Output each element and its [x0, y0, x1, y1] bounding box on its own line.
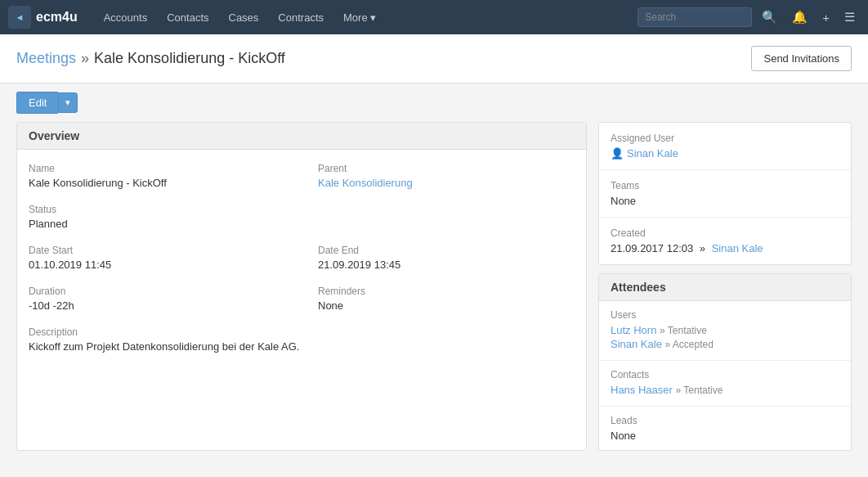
created-value: 21.09.2017 12:03 » Sinan Kale — [611, 242, 839, 254]
attendees-contact-0-link[interactable]: Hans Haaser — [611, 384, 673, 396]
attendees-users-label: Users — [611, 309, 839, 321]
description-label: Description — [29, 326, 575, 338]
search-icon[interactable]: 🔍 — [757, 0, 782, 34]
date-start-field: Date Start 01.10.2019 11:45 — [29, 245, 285, 271]
nav-links: Accounts Contacts Cases Contracts More ▾ — [94, 0, 638, 34]
send-invitations-button[interactable]: Send Invitations — [751, 46, 852, 71]
teams-value: None — [611, 195, 839, 207]
overview-panel: Overview Name Kale Konsolidierung - Kick… — [16, 122, 587, 451]
parent-label: Parent — [318, 163, 575, 174]
attendees-user-0-status: » Tentative — [660, 325, 707, 336]
attendees-contact-0-status: » Tentative — [676, 385, 723, 396]
attendees-leads-label: Leads — [611, 415, 839, 426]
assigned-user-link[interactable]: Sinan Kale — [627, 147, 678, 160]
toolbar: Edit ▾ — [0, 83, 868, 122]
date-start-label: Date Start — [29, 245, 285, 256]
nav-more[interactable]: More ▾ — [333, 0, 386, 34]
user-icon: 👤 — [611, 147, 624, 160]
reminders-value: None — [318, 299, 575, 312]
nav-accounts[interactable]: Accounts — [94, 0, 157, 34]
description-row: Description Kickoff zum Projekt Datenkon… — [29, 326, 575, 353]
reminders-field: Reminders None — [318, 286, 575, 312]
search-input[interactable] — [638, 7, 752, 27]
assigned-user-section: Assigned User 👤Sinan Kale — [599, 123, 851, 170]
page-title: Kale Konsolidierung - KickOff — [94, 50, 285, 67]
attendees-user-1-status: » Accepted — [665, 339, 714, 350]
brand-name: ecm4u — [36, 10, 78, 25]
overview-header: Overview — [17, 123, 586, 150]
status-value: Planned — [29, 218, 285, 230]
reminders-label: Reminders — [318, 286, 575, 297]
description-value: Kickoff zum Projekt Datenkonsolidierung … — [29, 340, 575, 353]
created-sep: » — [700, 242, 709, 254]
name-value: Kale Konsolidierung - KickOff — [29, 177, 285, 189]
date-end-label: Date End — [318, 245, 575, 256]
date-end-field: Date End 21.09.2019 13:45 — [318, 245, 575, 271]
attendees-container: Attendees Users Lutz Horn » Tentative Si… — [598, 273, 852, 451]
attendees-user-1: Sinan Kale » Accepted — [611, 338, 839, 350]
attendees-user-0: Lutz Horn » Tentative — [611, 324, 839, 336]
created-by-link[interactable]: Sinan Kale — [712, 242, 763, 254]
overview-body: Name Kale Konsolidierung - KickOff Paren… — [17, 150, 586, 380]
status-label: Status — [29, 204, 285, 215]
attendees-contacts-label: Contacts — [611, 369, 839, 380]
name-field: Name Kale Konsolidierung - KickOff — [29, 163, 285, 189]
breadcrumb: Meetings » Kale Konsolidierung - KickOff — [16, 50, 285, 67]
name-parent-row: Name Kale Konsolidierung - KickOff Paren… — [29, 163, 575, 189]
attendees-contacts-section: Contacts Hans Haaser » Tentative — [599, 361, 851, 407]
brand[interactable]: ◄ ecm4u — [8, 6, 78, 29]
edit-button[interactable]: Edit — [16, 92, 58, 114]
search-area: 🔍 🔔 + ☰ — [638, 0, 860, 34]
add-icon[interactable]: + — [817, 0, 834, 34]
duration-label: Duration — [29, 286, 285, 297]
menu-icon[interactable]: ☰ — [839, 0, 860, 34]
status-row: Status Planned — [29, 204, 575, 230]
chevron-down-icon: ▾ — [65, 97, 70, 107]
attendees-contact-0: Hans Haaser » Tentative — [611, 384, 839, 396]
date-start-value: 01.10.2019 11:45 — [29, 259, 285, 271]
created-label: Created — [611, 227, 839, 239]
breadcrumb-separator: » — [81, 50, 89, 67]
name-label: Name — [29, 163, 285, 174]
duration-field: Duration -10d -22h — [29, 286, 285, 312]
attendees-user-0-link[interactable]: Lutz Horn — [611, 324, 656, 336]
attendees-leads-section: Leads None — [599, 407, 851, 450]
sidebar-panel: Assigned User 👤Sinan Kale Teams None Cre… — [598, 122, 852, 451]
brand-logo: ◄ — [8, 6, 31, 29]
attendees-user-1-link[interactable]: Sinan Kale — [611, 338, 662, 350]
dates-row: Date Start 01.10.2019 11:45 Date End 21.… — [29, 245, 575, 271]
assigned-user-label: Assigned User — [611, 133, 839, 144]
attendees-header: Attendees — [599, 274, 851, 301]
status-field: Status Planned — [29, 204, 285, 230]
attendees-leads-value: None — [611, 430, 839, 442]
created-section: Created 21.09.2017 12:03 » Sinan Kale — [599, 218, 851, 264]
created-date: 21.09.2017 12:03 — [611, 242, 693, 254]
teams-section: Teams None — [599, 170, 851, 218]
description-field: Description Kickoff zum Projekt Datenkon… — [29, 326, 575, 353]
chevron-down-icon: ▾ — [370, 11, 376, 24]
page-header: Meetings » Kale Konsolidierung - KickOff… — [0, 34, 868, 83]
nav-cases[interactable]: Cases — [219, 0, 269, 34]
duration-reminders-row: Duration -10d -22h Reminders None — [29, 286, 575, 312]
parent-value[interactable]: Kale Konsolidierung — [318, 177, 413, 189]
main-content: Overview Name Kale Konsolidierung - Kick… — [0, 122, 868, 467]
teams-label: Teams — [611, 180, 839, 191]
breadcrumb-meetings-link[interactable]: Meetings — [16, 50, 76, 67]
parent-field: Parent Kale Konsolidierung — [318, 163, 575, 189]
edit-dropdown-button[interactable]: ▾ — [58, 92, 78, 113]
nav-contacts[interactable]: Contacts — [157, 0, 218, 34]
nav-contracts[interactable]: Contracts — [268, 0, 333, 34]
attendees-users-section: Users Lutz Horn » Tentative Sinan Kale »… — [599, 301, 851, 361]
navbar: ◄ ecm4u Accounts Contacts Cases Contract… — [0, 0, 868, 34]
bell-icon[interactable]: 🔔 — [787, 0, 812, 34]
date-end-value: 21.09.2019 13:45 — [318, 259, 575, 271]
duration-value: -10d -22h — [29, 299, 285, 312]
sidebar-card: Assigned User 👤Sinan Kale Teams None Cre… — [598, 122, 852, 265]
assigned-user-value: 👤Sinan Kale — [611, 147, 839, 160]
